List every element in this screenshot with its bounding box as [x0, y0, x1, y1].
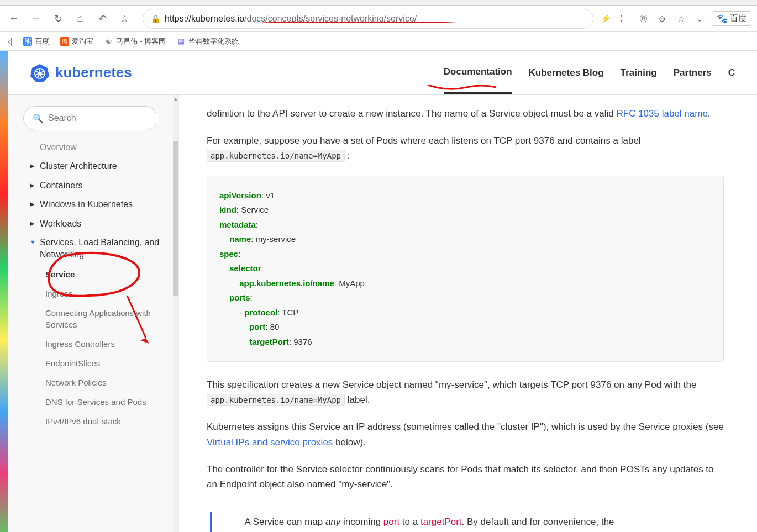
logo[interactable]: kubernetes	[30, 63, 132, 83]
rfc-link[interactable]: RFC 1035 label name	[616, 108, 707, 119]
note-callout: Note: A Service can map any incoming por…	[210, 512, 724, 532]
caret-down-icon: ▼	[30, 239, 35, 245]
sidebar-sub-netpol[interactable]: Network Policies	[45, 373, 169, 392]
paragraph: definition to the API server to create a…	[207, 106, 724, 121]
caret-icon: ▶	[30, 182, 35, 189]
taobao-icon: 淘	[60, 37, 69, 46]
bookmark-blog[interactable]: ☯马昌伟 - 博客园	[104, 36, 166, 46]
paragraph: Kubernetes assigns this Service an IP ad…	[207, 419, 724, 449]
nav-training[interactable]: Training	[621, 51, 657, 94]
bookmark-taobao[interactable]: 淘爱淘宝	[60, 36, 93, 46]
translate-icon[interactable]: ㊊	[637, 12, 650, 25]
scrollbar[interactable]: ▲	[173, 95, 178, 532]
left-color-strip	[0, 51, 8, 532]
annotation-arrow	[123, 293, 156, 348]
yaml-code-block: apiVersion: v1 kind: Service metadata: n…	[207, 176, 724, 362]
forward-button[interactable]: →	[28, 10, 44, 27]
sidebar-item-containers[interactable]: ▶Containers	[30, 176, 169, 195]
bookmark-baidu[interactable]: 熊百度	[23, 36, 49, 46]
barcode-icon: ▦	[177, 37, 186, 46]
extension-baidu[interactable]: 🐾 百度	[712, 11, 751, 26]
collapse-icon[interactable]: ‹|	[8, 37, 12, 46]
lock-icon: 🔒	[151, 14, 160, 23]
site-header: kubernetes Documentation Kubernetes Blog…	[8, 51, 757, 95]
sidebar-sub-endpointslices[interactable]: EndpointSlices	[45, 354, 169, 373]
paw-icon: 熊	[23, 37, 32, 46]
zoom-icon[interactable]: ⊖	[655, 12, 669, 25]
bookmark-huake[interactable]: ▦华科数字化系统	[177, 36, 239, 46]
caret-icon: ▶	[30, 201, 35, 208]
logo-text: kubernetes	[55, 64, 132, 81]
search-box[interactable]: 🔍	[23, 106, 157, 130]
sidebar-sub-dualstack[interactable]: IPv4/IPv6 dual-stack	[45, 412, 169, 431]
search-icon: 🔍	[33, 113, 44, 124]
main-content: definition to the API server to create a…	[179, 95, 757, 532]
person-icon: ☯	[104, 37, 113, 46]
sidebar-item-cluster[interactable]: ▶Cluster Architecture	[30, 157, 169, 176]
bookmark-star-icon[interactable]: ☆	[674, 12, 687, 25]
svg-marker-10	[140, 338, 149, 344]
nav-partners[interactable]: Partners	[674, 51, 712, 94]
home-button[interactable]: ⌂	[72, 10, 88, 27]
bookmarks-bar: ‹| 熊百度 淘爱淘宝 ☯马昌伟 - 博客园 ▦华科数字化系统	[0, 32, 757, 51]
scrollbar-thumb[interactable]	[173, 141, 178, 296]
reload-button[interactable]: ↻	[50, 10, 66, 27]
nav-blog[interactable]: Kubernetes Blog	[529, 51, 604, 94]
star-button[interactable]: ☆	[116, 10, 133, 27]
caret-icon: ▶	[30, 220, 35, 227]
address-bar[interactable]: 🔒 https://kubernetes.io/docs/concepts/se…	[143, 9, 593, 29]
screenshot-icon[interactable]: ⛶	[618, 12, 631, 25]
undo-button[interactable]: ↶	[94, 10, 111, 27]
inline-code: app.kubernetes.io/name=MyApp	[207, 394, 345, 406]
sidebar-sub-dns[interactable]: DNS for Services and Pods	[45, 392, 169, 412]
sidebar-item-workloads[interactable]: ▶Workloads	[30, 214, 169, 233]
sidebar-item-overview[interactable]: ▶Overview	[30, 138, 169, 157]
paragraph: This specification creates a new Service…	[207, 377, 724, 407]
bolt-icon[interactable]: ⚡	[599, 12, 612, 25]
browser-toolbar: ← → ↻ ⌂ ↶ ☆ 🔒 https://kubernetes.io/docs…	[0, 6, 757, 32]
annotation-doc-underline	[427, 83, 498, 94]
search-input[interactable]	[48, 113, 159, 123]
paragraph: For example, suppose you have a set of P…	[207, 133, 724, 163]
back-button[interactable]: ←	[6, 10, 22, 27]
sidebar-item-windows[interactable]: ▶Windows in Kubernetes	[30, 195, 169, 214]
paragraph: The controller for the Service selector …	[207, 462, 724, 492]
virtual-ips-link[interactable]: Virtual IPs and service proxies	[207, 437, 333, 447]
caret-icon: ▶	[30, 162, 35, 170]
kubernetes-logo-icon	[30, 63, 50, 83]
chevron-down-icon[interactable]: ⌄	[693, 12, 706, 25]
paw-icon: 🐾	[717, 13, 728, 24]
annotation-url-underline	[259, 20, 458, 23]
inline-code: app.kubernetes.io/name=MyApp	[207, 150, 345, 162]
nav-community[interactable]: C	[728, 51, 735, 94]
